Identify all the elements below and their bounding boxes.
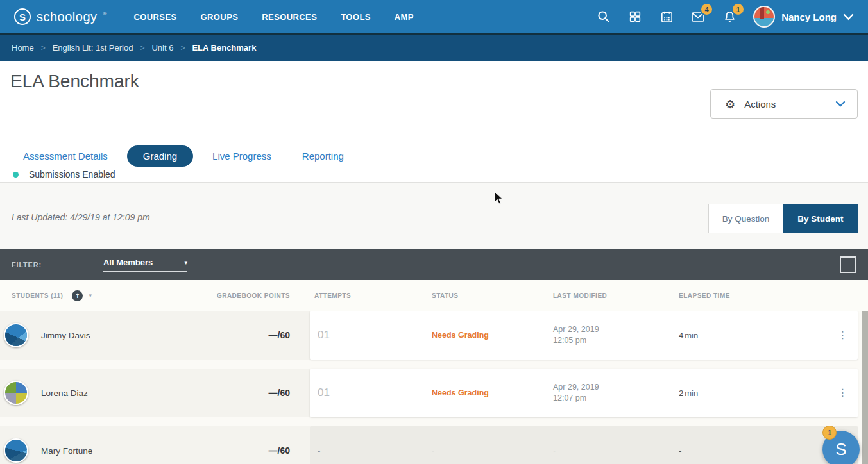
table-row: Jimmy Davis —/60 01 Needs Grading Apr 29…: [0, 311, 858, 360]
gradebook-points-value: —/60: [269, 330, 290, 340]
vertical-scrollbar: [862, 311, 868, 464]
last-updated-label: Last Updated: 4/29/19 at 12:09 pm: [12, 212, 150, 222]
filter-tools: [824, 255, 856, 274]
members-filter-dropdown[interactable]: All Members ▾: [103, 258, 187, 272]
members-filter-value: All Members: [103, 258, 153, 267]
last-modified-time: 12:05 pm: [553, 335, 674, 346]
by-question-toggle[interactable]: By Question: [708, 204, 783, 233]
last-modified-cell: -: [549, 445, 674, 456]
student-name[interactable]: Lorena Diaz: [41, 388, 88, 398]
page-title: ELA Benchmark: [10, 71, 139, 92]
student-name[interactable]: Mary Fortune: [41, 446, 92, 456]
elapsed-time-cell: 4min: [674, 331, 828, 340]
gradebook-points-column-header: GRADEBOOK POINTS: [217, 292, 290, 299]
student-avatar[interactable]: [4, 381, 28, 405]
user-avatar: [753, 6, 775, 28]
support-chat-label: S: [835, 440, 846, 460]
breadcrumb-separator: >: [140, 44, 144, 53]
attempt-card[interactable]: - - - - ⋮: [310, 426, 858, 464]
assessment-header: ELA Benchmark Submissions Enabled ⚙ Acti…: [0, 61, 868, 183]
main-menu: COURSES GROUPS RESOURCES TOOLS AMP: [133, 12, 413, 22]
breadcrumb-current: ELA Benchmark: [192, 43, 256, 53]
attempt-card[interactable]: 01 Needs Grading Apr 29, 2019 12:07 pm 2…: [310, 369, 858, 417]
actions-button[interactable]: ⚙ Actions: [710, 89, 858, 119]
brand-name: schoology: [37, 10, 98, 24]
row-kebab-menu-icon[interactable]: ⋮: [838, 330, 848, 340]
apps-grid-icon[interactable]: [627, 9, 643, 24]
breadcrumb-home[interactable]: Home: [12, 43, 34, 53]
breadcrumb-separator: >: [180, 44, 185, 53]
last-modified-date: -: [553, 445, 674, 456]
actions-chevron-down-icon: [835, 101, 846, 107]
tab-grading[interactable]: Grading: [127, 145, 193, 167]
elapsed-unit: min: [685, 388, 698, 398]
attempt-status: -: [427, 446, 549, 455]
sort-ascending-icon: ↑: [72, 290, 83, 301]
support-chat-button[interactable]: S 1: [822, 431, 860, 464]
view-toggle: By Question By Student: [708, 204, 858, 233]
gradebook-points-value: —/60: [269, 388, 290, 398]
student-name[interactable]: Jimmy Davis: [41, 331, 90, 340]
attempt-number: -: [310, 446, 427, 456]
student-cell: Lorena Diaz —/60: [0, 369, 310, 417]
table-row: Mary Fortune —/60 - - - - ⋮: [0, 426, 858, 464]
gear-icon: ⚙: [725, 97, 735, 111]
breadcrumb-unit[interactable]: Unit 6: [151, 43, 173, 53]
tab-reporting[interactable]: Reporting: [302, 151, 344, 162]
elapsed-value: 2: [679, 388, 683, 398]
student-avatar[interactable]: [4, 438, 28, 463]
user-menu[interactable]: Nancy Long: [753, 6, 854, 28]
elapsed-time-cell: -: [674, 446, 828, 456]
nav-item-courses[interactable]: COURSES: [133, 12, 176, 22]
nav-item-resources[interactable]: RESOURCES: [262, 12, 317, 22]
students-column-header: STUDENTS (11) ↑ ▾ GRADEBOOK POINTS: [0, 290, 310, 301]
last-modified-time: 12:07 pm: [553, 393, 674, 404]
filter-bar: FILTER: All Members ▾: [0, 249, 868, 280]
schoology-logo-icon: S: [14, 8, 31, 25]
sort-students-button[interactable]: ↑ ▾: [72, 290, 92, 301]
filter-label: FILTER:: [12, 261, 42, 269]
schoology-logo[interactable]: S schoology ®: [14, 8, 106, 25]
elapsed-value: 4: [679, 331, 683, 340]
expand-view-icon[interactable]: [840, 256, 856, 273]
messages-icon[interactable]: 4: [690, 9, 706, 24]
attempt-number: 01: [310, 386, 427, 399]
search-icon[interactable]: [596, 9, 611, 24]
page: S schoology ® COURSES GROUPS RESOURCES T…: [0, 0, 868, 464]
by-student-toggle[interactable]: By Student: [783, 204, 858, 233]
status-column-header: STATUS: [427, 292, 549, 299]
attempt-status: Needs Grading: [427, 388, 549, 397]
notifications-bell-icon[interactable]: 1: [722, 9, 737, 24]
last-modified-date: Apr 29, 2019: [553, 324, 674, 335]
nav-item-groups[interactable]: GROUPS: [201, 12, 239, 22]
user-menu-chevron-icon: [843, 13, 854, 21]
row-kebab-menu-icon[interactable]: ⋮: [838, 388, 848, 398]
user-name: Nancy Long: [781, 12, 837, 22]
top-navbar: S schoology ® COURSES GROUPS RESOURCES T…: [0, 0, 868, 33]
attempts-column-header: ATTEMPTS: [310, 292, 427, 299]
tab-live-progress[interactable]: Live Progress: [212, 151, 271, 162]
breadcrumb: Home > English Lit: 1st Period > Unit 6 …: [0, 33, 868, 61]
attempt-card[interactable]: 01 Needs Grading Apr 29, 2019 12:05 pm 4…: [310, 311, 858, 360]
actions-label: Actions: [744, 99, 776, 110]
status-dot-icon: [13, 172, 19, 178]
breadcrumb-separator: >: [41, 44, 46, 53]
grading-subheader: Last Updated: 4/29/19 at 12:09 pm By Que…: [0, 183, 868, 249]
calendar-icon[interactable]: [659, 9, 674, 24]
attempt-status: Needs Grading: [427, 331, 549, 340]
table-row: Lorena Diaz —/60 01 Needs Grading Apr 29…: [0, 369, 858, 417]
grading-table-header: STUDENTS (11) ↑ ▾ GRADEBOOK POINTS ATTEM…: [0, 280, 868, 311]
submission-status: Submissions Enabled: [13, 169, 115, 179]
student-cell: Jimmy Davis —/60: [0, 311, 310, 360]
nav-item-tools[interactable]: TOOLS: [341, 12, 371, 22]
gradebook-points-value: —/60: [269, 445, 290, 456]
nav-item-amp[interactable]: AMP: [395, 12, 414, 22]
student-avatar[interactable]: [4, 323, 28, 347]
breadcrumb-course[interactable]: English Lit: 1st Period: [53, 43, 133, 53]
elapsed-time-column-header: ELAPSED TIME: [674, 292, 828, 299]
student-cell: Mary Fortune —/60: [0, 426, 310, 464]
scrollbar-thumb[interactable]: [862, 311, 868, 464]
sort-caret-down-icon: ▾: [89, 292, 92, 299]
last-modified-cell: Apr 29, 2019 12:07 pm: [549, 382, 674, 404]
tab-assessment-details[interactable]: Assessment Details: [23, 151, 108, 162]
